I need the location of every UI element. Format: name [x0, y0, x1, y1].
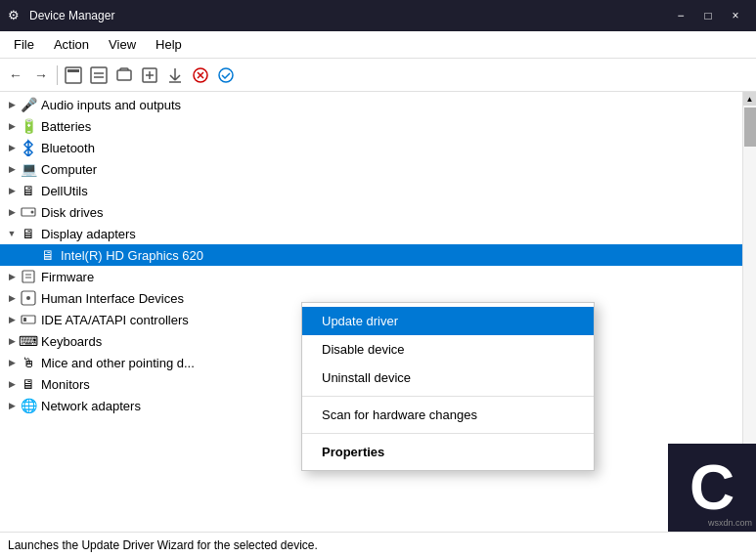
- toolbar-icon6[interactable]: [189, 64, 212, 87]
- svg-rect-16: [22, 271, 34, 282]
- watermark: C wsxdn.com: [668, 444, 756, 532]
- menu-help[interactable]: Help: [146, 33, 192, 56]
- dellutils-label: DellUtils: [41, 184, 88, 198]
- tree-item-diskdrives[interactable]: ▶ Disk drives: [0, 201, 742, 223]
- ctx-uninstall-device[interactable]: Uninstall device: [302, 364, 594, 392]
- watermark-letter: C: [689, 456, 734, 519]
- ctx-separator-1: [302, 396, 594, 397]
- audio-label: Audio inputs and outputs: [41, 98, 181, 112]
- hid-icon: [20, 289, 37, 307]
- toolbar-icon4[interactable]: [138, 64, 161, 87]
- batteries-label: Batteries: [41, 119, 91, 134]
- mice-label: Mice and other pointing d...: [41, 356, 195, 370]
- svg-point-13: [219, 68, 233, 82]
- title-bar-left: ⚙ Device Manager: [8, 8, 114, 23]
- tree-item-dellutils[interactable]: ▶ 🖥 DellUtils: [0, 180, 742, 201]
- ide-label: IDE ATA/ATAPI controllers: [41, 313, 189, 327]
- computer-icon: 💻: [20, 160, 37, 178]
- display-icon: 🖥: [20, 225, 37, 242]
- ctx-update-driver[interactable]: Update driver: [302, 307, 594, 335]
- diskdrives-label: Disk drives: [41, 205, 104, 220]
- toolbar-icon5[interactable]: [163, 64, 187, 87]
- svg-rect-22: [23, 318, 26, 321]
- diskdrives-expander[interactable]: ▶: [4, 204, 20, 220]
- display-label: Display adapters: [41, 227, 136, 241]
- batteries-expander[interactable]: ▶: [4, 118, 20, 134]
- close-button[interactable]: ×: [723, 6, 748, 25]
- title-bar-title: Device Manager: [29, 9, 114, 22]
- hid-expander[interactable]: ▶: [4, 290, 20, 306]
- svg-rect-5: [117, 70, 131, 80]
- keyboards-expander[interactable]: ▶: [4, 333, 20, 349]
- dellutils-icon: 🖥: [20, 182, 37, 199]
- audio-expander[interactable]: ▶: [4, 97, 20, 112]
- svg-point-15: [31, 211, 34, 214]
- batteries-icon: 🔋: [20, 117, 37, 135]
- toolbar-back[interactable]: ←: [4, 64, 27, 87]
- intel-icon: 🖥: [39, 246, 57, 264]
- intel-expander: [23, 247, 39, 263]
- title-bar-controls: − □ ×: [668, 6, 748, 25]
- ctx-separator-2: [302, 433, 594, 434]
- bluetooth-expander[interactable]: ▶: [4, 140, 20, 155]
- menu-view[interactable]: View: [99, 33, 146, 56]
- scroll-up-arrow[interactable]: ▲: [743, 92, 757, 106]
- tree-item-computer[interactable]: ▶ 💻 Computer: [0, 158, 742, 180]
- toolbar-forward[interactable]: →: [29, 64, 53, 87]
- hid-label: Human Interface Devices: [41, 291, 184, 306]
- svg-rect-2: [91, 67, 107, 83]
- ctx-disable-device[interactable]: Disable device: [302, 335, 594, 364]
- tree-item-batteries[interactable]: ▶ 🔋 Batteries: [0, 115, 742, 137]
- toolbar-icon2[interactable]: [87, 64, 111, 87]
- tree-item-intel[interactable]: 🖥 Intel(R) HD Graphics 620: [0, 244, 742, 266]
- toolbar-icon1[interactable]: [62, 64, 85, 87]
- audio-icon: 🎤: [20, 96, 37, 113]
- toolbar: ← →: [0, 59, 756, 92]
- network-label: Network adapters: [41, 399, 141, 413]
- monitors-icon: 🖥: [20, 375, 37, 393]
- app-icon: ⚙: [8, 8, 23, 23]
- toolbar-icon7[interactable]: [214, 64, 238, 87]
- svg-rect-1: [67, 69, 79, 72]
- keyboards-icon: ⌨: [20, 332, 37, 350]
- watermark-site: wsxdn.com: [708, 518, 752, 528]
- tree-item-firmware[interactable]: ▶ Firmware: [0, 266, 742, 287]
- network-expander[interactable]: ▶: [4, 398, 20, 413]
- status-text: Launches the Update Driver Wizard for th…: [8, 538, 318, 552]
- svg-point-20: [26, 296, 30, 300]
- tree-item-bluetooth[interactable]: ▶ Bluetooth: [0, 137, 742, 158]
- bluetooth-icon: [20, 139, 37, 156]
- tree-item-display[interactable]: ▼ 🖥 Display adapters: [0, 223, 742, 244]
- keyboards-label: Keyboards: [41, 334, 102, 349]
- network-icon: 🌐: [20, 397, 37, 414]
- ide-expander[interactable]: ▶: [4, 312, 20, 327]
- context-menu: Update driver Disable device Uninstall d…: [301, 302, 595, 471]
- mice-icon: 🖱: [20, 354, 37, 371]
- firmware-label: Firmware: [41, 270, 94, 284]
- ctx-properties[interactable]: Properties: [302, 438, 594, 466]
- menu-bar: File Action View Help: [0, 31, 756, 59]
- menu-file[interactable]: File: [4, 33, 44, 56]
- maximize-button[interactable]: □: [695, 6, 721, 25]
- firmware-icon: [20, 268, 37, 285]
- firmware-expander[interactable]: ▶: [4, 269, 20, 284]
- display-expander[interactable]: ▼: [4, 226, 20, 241]
- scroll-thumb[interactable]: [744, 107, 756, 147]
- main-content: ▶ 🎤 Audio inputs and outputs ▶ 🔋 Batteri…: [0, 92, 756, 532]
- mice-expander[interactable]: ▶: [4, 355, 20, 370]
- computer-expander[interactable]: ▶: [4, 161, 20, 177]
- menu-action[interactable]: Action: [44, 33, 99, 56]
- title-bar: ⚙ Device Manager − □ ×: [0, 0, 756, 31]
- tree-item-audio[interactable]: ▶ 🎤 Audio inputs and outputs: [0, 94, 742, 115]
- ide-icon: [20, 311, 37, 328]
- ctx-scan-hardware[interactable]: Scan for hardware changes: [302, 401, 594, 429]
- computer-label: Computer: [41, 162, 97, 177]
- toolbar-icon3[interactable]: [112, 64, 136, 87]
- minimize-button[interactable]: −: [668, 6, 693, 25]
- dellutils-expander[interactable]: ▶: [4, 183, 20, 198]
- diskdrives-icon: [20, 203, 37, 221]
- status-bar: Launches the Update Driver Wizard for th…: [0, 532, 756, 557]
- intel-label: Intel(R) HD Graphics 620: [61, 248, 203, 263]
- monitors-label: Monitors: [41, 377, 90, 392]
- monitors-expander[interactable]: ▶: [4, 376, 20, 392]
